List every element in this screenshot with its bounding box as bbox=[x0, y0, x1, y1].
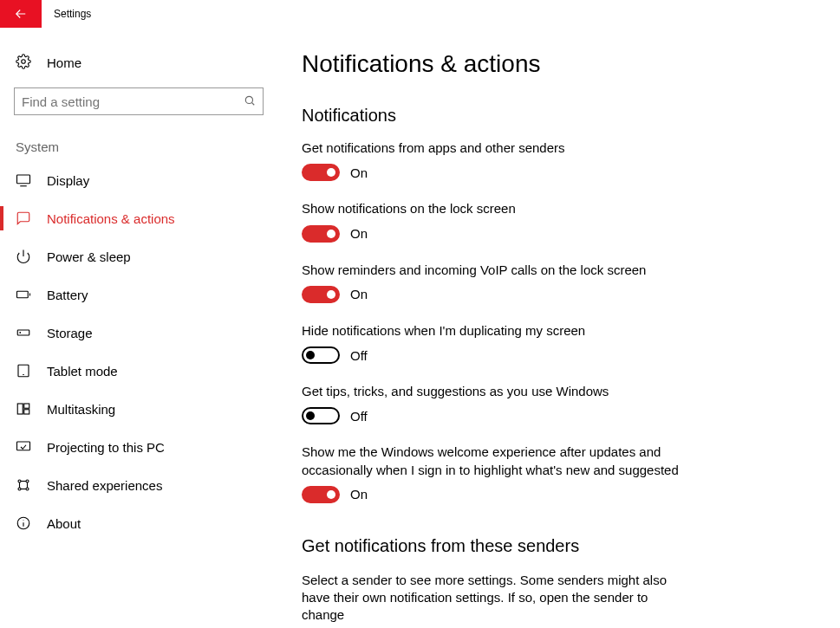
gear-icon bbox=[16, 54, 31, 72]
multitasking-icon bbox=[16, 401, 31, 417]
setting-label: Get tips, tricks, and suggestions as you… bbox=[302, 383, 692, 400]
setting-label: Show me the Windows welcome experience a… bbox=[302, 443, 692, 479]
sidebar-item-shared[interactable]: Shared experiences bbox=[0, 466, 277, 504]
tablet-icon bbox=[16, 363, 31, 379]
setting-label: Show reminders and incoming VoIP calls o… bbox=[302, 262, 692, 279]
sidebar-item-label: Power & sleep bbox=[47, 249, 131, 264]
home-button[interactable]: Home bbox=[0, 45, 277, 81]
storage-icon bbox=[16, 325, 31, 340]
sidebar-item-display[interactable]: Display bbox=[0, 161, 277, 199]
projecting-icon bbox=[16, 439, 31, 455]
sidebar-item-projecting[interactable]: Projecting to this PC bbox=[0, 428, 277, 466]
page-title: Notifications & actions bbox=[302, 50, 823, 78]
sidebar: Home System DisplayNotifications & actio… bbox=[0, 28, 277, 628]
toggle-switch[interactable] bbox=[302, 346, 340, 364]
sidebar-item-storage[interactable]: Storage bbox=[0, 314, 277, 352]
search-icon bbox=[244, 94, 256, 109]
home-label: Home bbox=[47, 55, 81, 70]
toggle-switch[interactable] bbox=[302, 164, 340, 181]
toggle-switch[interactable] bbox=[302, 225, 340, 243]
notifications-icon bbox=[16, 210, 31, 226]
setting-row: Get tips, tricks, and suggestions as you… bbox=[302, 383, 692, 424]
toggle-switch[interactable] bbox=[302, 407, 340, 424]
svg-rect-15 bbox=[17, 442, 30, 450]
sidebar-item-tablet[interactable]: Tablet mode bbox=[0, 352, 277, 390]
app-title: Settings bbox=[54, 8, 91, 20]
svg-point-17 bbox=[26, 480, 29, 482]
svg-rect-8 bbox=[17, 330, 29, 335]
sidebar-item-label: Tablet mode bbox=[47, 364, 118, 379]
section-title-notifications: Notifications bbox=[302, 106, 823, 126]
setting-row: Show reminders and incoming VoIP calls o… bbox=[302, 262, 692, 303]
toggle-state-label: On bbox=[350, 226, 368, 241]
sidebar-group-label: System bbox=[0, 115, 277, 161]
setting-row: Hide notifications when I'm duplicating … bbox=[302, 322, 692, 364]
search-box[interactable] bbox=[14, 87, 264, 115]
sidebar-item-label: Projecting to this PC bbox=[47, 440, 165, 455]
setting-row: Show me the Windows welcome experience a… bbox=[302, 443, 692, 503]
svg-point-9 bbox=[20, 333, 21, 333]
svg-rect-14 bbox=[24, 410, 29, 414]
svg-point-19 bbox=[26, 488, 29, 490]
sidebar-item-multitasking[interactable]: Multitasking bbox=[0, 390, 277, 428]
shared-icon bbox=[16, 477, 31, 493]
svg-rect-13 bbox=[24, 404, 29, 408]
titlebar: Settings bbox=[0, 0, 840, 28]
toggle-switch[interactable] bbox=[302, 486, 340, 503]
sidebar-item-label: Storage bbox=[47, 326, 93, 340]
toggle-state-label: On bbox=[350, 487, 368, 502]
svg-rect-6 bbox=[17, 291, 29, 298]
sidebar-item-label: About bbox=[47, 516, 81, 531]
section-title-senders: Get notifications from these senders bbox=[302, 536, 823, 556]
toggle-state-label: Off bbox=[350, 348, 368, 363]
svg-line-2 bbox=[251, 102, 254, 105]
back-button[interactable] bbox=[0, 0, 42, 28]
sidebar-item-label: Multitasking bbox=[47, 402, 115, 417]
sidebar-item-battery[interactable]: Battery bbox=[0, 275, 277, 314]
sidebar-item-power[interactable]: Power & sleep bbox=[0, 237, 277, 275]
toggle-switch[interactable] bbox=[302, 286, 340, 303]
toggle-state-label: On bbox=[350, 165, 368, 180]
battery-icon bbox=[16, 287, 31, 302]
display-icon bbox=[16, 172, 31, 188]
svg-point-0 bbox=[22, 60, 26, 64]
senders-description: Select a sender to see more settings. So… bbox=[302, 572, 692, 625]
sidebar-item-notifications[interactable]: Notifications & actions bbox=[0, 199, 277, 237]
back-arrow-icon bbox=[13, 6, 29, 22]
main-content: Notifications & actions Notifications Ge… bbox=[277, 28, 840, 628]
sidebar-item-about[interactable]: About bbox=[0, 504, 277, 542]
search-input[interactable] bbox=[22, 94, 244, 109]
about-icon bbox=[16, 515, 31, 531]
svg-point-16 bbox=[18, 480, 21, 482]
toggle-state-label: Off bbox=[350, 409, 368, 424]
svg-rect-3 bbox=[17, 175, 30, 184]
sidebar-item-label: Shared experiences bbox=[47, 478, 162, 493]
svg-rect-12 bbox=[17, 404, 23, 414]
setting-row: Show notifications on the lock screenOn bbox=[302, 200, 692, 242]
setting-row: Get notifications from apps and other se… bbox=[302, 139, 692, 181]
svg-point-18 bbox=[18, 488, 21, 490]
svg-point-1 bbox=[245, 96, 252, 103]
power-icon bbox=[16, 249, 31, 264]
sidebar-item-label: Battery bbox=[47, 288, 88, 302]
setting-label: Get notifications from apps and other se… bbox=[302, 139, 692, 157]
sidebar-item-label: Notifications & actions bbox=[47, 211, 175, 226]
setting-label: Hide notifications when I'm duplicating … bbox=[302, 322, 692, 340]
sidebar-item-label: Display bbox=[47, 173, 89, 188]
toggle-state-label: On bbox=[350, 287, 368, 301]
setting-label: Show notifications on the lock screen bbox=[302, 200, 692, 217]
